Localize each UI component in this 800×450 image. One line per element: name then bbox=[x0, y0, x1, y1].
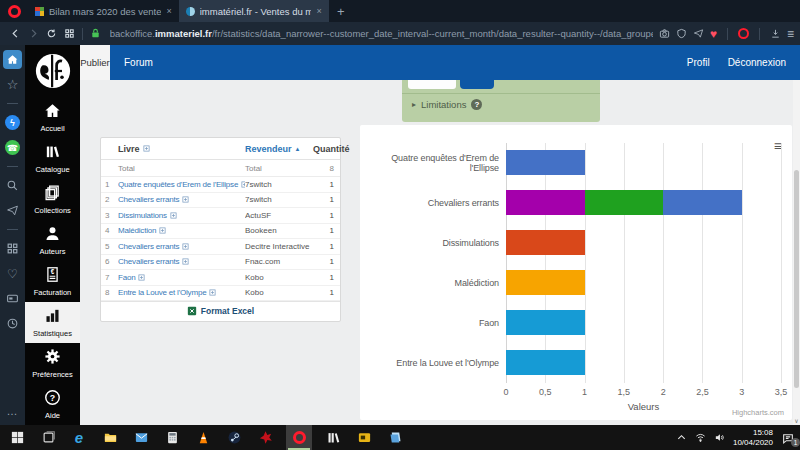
steam-icon[interactable] bbox=[224, 425, 244, 450]
browser-tab-1[interactable]: Bilan mars 2020 des vente × bbox=[28, 0, 179, 22]
notes-app-icon[interactable] bbox=[385, 425, 405, 450]
expand-plus-icon[interactable] bbox=[170, 212, 177, 219]
messenger-icon[interactable]: ϟ bbox=[3, 113, 22, 132]
start-icon[interactable] bbox=[7, 425, 27, 450]
chart-bar-segment[interactable] bbox=[506, 190, 585, 215]
my-flow-send-icon[interactable] bbox=[693, 25, 704, 43]
favorites-heart-icon[interactable]: ♡ bbox=[3, 264, 22, 283]
table-row[interactable]: 1Quatre enquêtes d'Erem de l'Ellipse7swi… bbox=[101, 177, 340, 193]
limitations-toggle[interactable]: ▸ Limitations ? bbox=[412, 99, 482, 110]
book-link[interactable]: Chevaliers errants bbox=[118, 195, 245, 204]
chart-bar-segment[interactable] bbox=[506, 270, 585, 295]
browser-tab-2[interactable]: immatériel.fr - Ventes du m × bbox=[179, 0, 329, 22]
panel-button-light[interactable] bbox=[408, 80, 456, 89]
sidebar-item-préférences[interactable]: Préférences bbox=[25, 343, 80, 384]
file-explorer-icon[interactable] bbox=[100, 425, 120, 450]
pinboard-icon[interactable] bbox=[3, 289, 22, 308]
book-link[interactable]: Faon bbox=[118, 273, 245, 282]
tab-forum[interactable]: Forum bbox=[124, 57, 153, 68]
expand-plus-icon[interactable] bbox=[182, 196, 189, 203]
volume-icon[interactable] bbox=[714, 429, 725, 447]
new-tab-button[interactable]: + bbox=[329, 0, 353, 22]
task-view-icon[interactable] bbox=[38, 425, 58, 450]
opera-icon[interactable] bbox=[286, 425, 312, 450]
favorites-heart-icon[interactable]: ♥ bbox=[710, 28, 717, 40]
table-row[interactable]: 6Chevaliers errantsFnac.com1 bbox=[101, 255, 340, 271]
table-row[interactable]: 5Chevaliers errantsDecitre Interactive1 bbox=[101, 239, 340, 255]
speed-dial-home-icon[interactable] bbox=[3, 50, 22, 69]
book-link[interactable]: Chevaliers errants bbox=[118, 257, 245, 266]
tab1-close-icon[interactable]: × bbox=[166, 6, 171, 16]
action-center-icon[interactable]: 1 bbox=[781, 431, 796, 445]
reload-icon[interactable] bbox=[42, 27, 60, 41]
column-quantite[interactable]: Quantité bbox=[313, 144, 350, 154]
mail-icon[interactable] bbox=[131, 425, 151, 450]
url-field[interactable]: backoffice.immateriel.fr/fr/statistics/d… bbox=[87, 27, 653, 41]
table-row[interactable]: 8Entre la Louve et l'OlympeKobo1 bbox=[101, 286, 340, 302]
back-icon[interactable] bbox=[6, 27, 24, 41]
history-clock-icon[interactable] bbox=[3, 314, 22, 333]
chart-bar-segment[interactable] bbox=[506, 310, 585, 335]
table-row[interactable]: 4MalédictionBookeen1 bbox=[101, 224, 340, 240]
taskbar-clock[interactable]: 15:08 10/04/2020 bbox=[733, 428, 773, 447]
search-icon[interactable] bbox=[3, 176, 22, 195]
scrollbar-down-arrow-icon[interactable]: ∨ bbox=[793, 417, 800, 424]
tab2-close-icon[interactable]: × bbox=[316, 6, 321, 16]
help-icon[interactable]: ? bbox=[471, 99, 482, 110]
chart-credits[interactable]: Highcharts.com bbox=[732, 408, 784, 417]
opera-menu-button[interactable] bbox=[0, 0, 28, 22]
table-row[interactable]: 2Chevaliers errants7switch1 bbox=[101, 193, 340, 209]
bookmarks-star-icon[interactable]: ☆ bbox=[3, 75, 22, 94]
profil-link[interactable]: Profil bbox=[687, 57, 710, 68]
chart-bar-segment[interactable] bbox=[585, 190, 664, 215]
forward-icon[interactable] bbox=[24, 27, 42, 41]
chart-bar-segment[interactable] bbox=[663, 190, 742, 215]
column-revendeur[interactable]: Revendeur▲ bbox=[245, 144, 313, 154]
shield-icon[interactable] bbox=[676, 25, 687, 43]
red-app-icon[interactable] bbox=[255, 425, 275, 450]
calculator-icon[interactable] bbox=[162, 425, 182, 450]
menu-icon[interactable]: ≡ bbox=[787, 28, 794, 40]
tab-grid-icon[interactable] bbox=[3, 239, 22, 258]
yellow-app-icon[interactable] bbox=[354, 425, 374, 450]
table-row[interactable]: 7FaonKobo1 bbox=[101, 270, 340, 286]
immateriel-logo[interactable] bbox=[25, 45, 80, 97]
speed-dial-grid-icon[interactable] bbox=[60, 27, 78, 41]
book-link[interactable]: Malédiction bbox=[118, 226, 245, 235]
sidebar-item-auteurs[interactable]: Auteurs bbox=[25, 220, 80, 261]
chart-bar-segment[interactable] bbox=[506, 350, 585, 375]
sidebar-item-statistiques[interactable]: Statistiques bbox=[25, 302, 80, 343]
sidebar-item-facturation[interactable]: €Facturation bbox=[25, 261, 80, 302]
table-row[interactable]: 3DissimulationsActuSF1 bbox=[101, 208, 340, 224]
edge-icon[interactable]: e bbox=[69, 425, 89, 450]
panel-button-blue[interactable] bbox=[460, 80, 494, 89]
sidebar-item-collections[interactable]: Collections bbox=[25, 179, 80, 220]
page-scrollbar[interactable]: ∨ bbox=[793, 80, 800, 425]
snapshot-camera-icon[interactable] bbox=[659, 25, 670, 43]
my-flow-icon[interactable] bbox=[3, 201, 22, 220]
sidebar-item-catalogue[interactable]: Catalogue bbox=[25, 138, 80, 179]
vlc-icon[interactable] bbox=[193, 425, 213, 450]
opera-account-icon[interactable] bbox=[738, 28, 749, 39]
tray-chevron-up-icon[interactable] bbox=[676, 429, 687, 447]
chart-bar-segment[interactable] bbox=[506, 230, 585, 255]
expand-plus-icon[interactable] bbox=[182, 258, 189, 265]
whatsapp-icon[interactable]: ☎ bbox=[3, 138, 22, 157]
tab-publier[interactable]: Publier bbox=[80, 45, 110, 80]
format-excel-button[interactable]: Format Excel bbox=[101, 301, 340, 320]
sidebar-item-aide[interactable]: ?Aide bbox=[25, 384, 80, 425]
book-link[interactable]: Quatre enquêtes d'Erem de l'Ellipse bbox=[118, 180, 245, 189]
scrollbar-thumb[interactable] bbox=[794, 170, 799, 388]
chart-bar-segment[interactable] bbox=[506, 150, 585, 175]
library-app-icon[interactable] bbox=[323, 425, 343, 450]
column-livre[interactable]: Livre bbox=[118, 144, 245, 154]
book-link[interactable]: Dissimulations bbox=[118, 211, 245, 220]
expand-plus-icon[interactable] bbox=[182, 243, 189, 250]
sidebar-item-accueil[interactable]: Accueil bbox=[25, 97, 80, 138]
more-dots-icon[interactable]: … bbox=[0, 405, 25, 417]
expand-plus-icon[interactable] bbox=[209, 289, 216, 296]
expand-plus-icon[interactable] bbox=[143, 145, 150, 152]
wifi-icon[interactable] bbox=[695, 429, 706, 447]
deconnexion-link[interactable]: Déconnexion bbox=[728, 57, 786, 68]
expand-plus-icon[interactable] bbox=[159, 227, 166, 234]
